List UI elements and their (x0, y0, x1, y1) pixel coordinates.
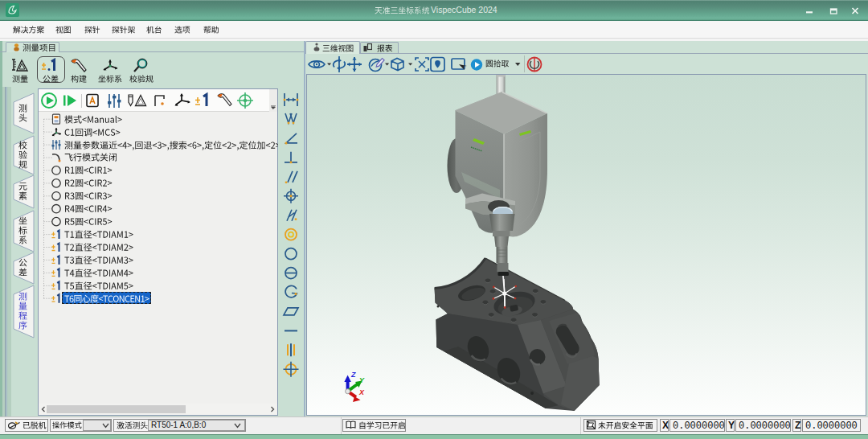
svg-text:Y: Y (359, 376, 365, 384)
svg-text:Z: Z (350, 371, 356, 379)
svg-text:X: X (358, 388, 365, 396)
